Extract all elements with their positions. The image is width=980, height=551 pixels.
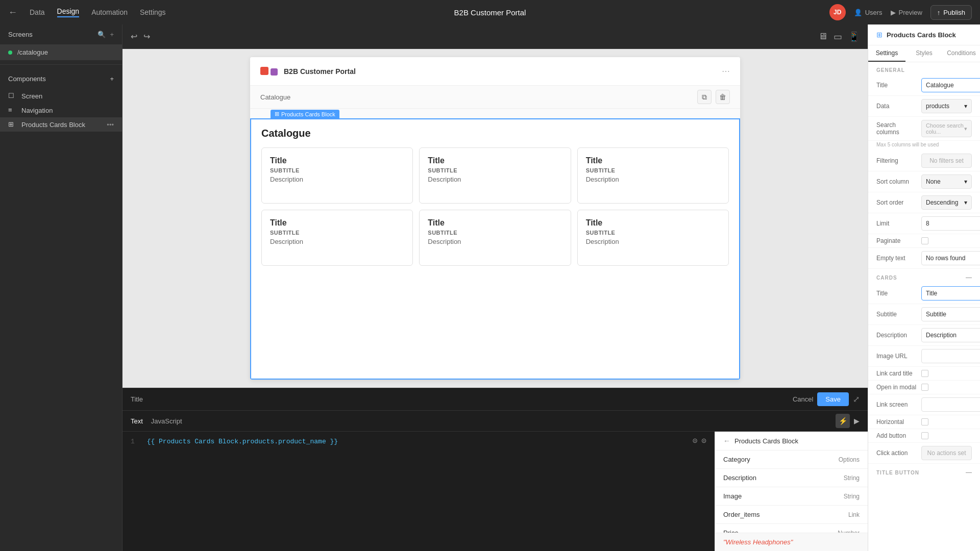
screens-icons: 🔍 + (97, 31, 114, 38)
line-number-1: 1 (131, 438, 135, 445)
copy-action-button[interactable]: ⧉ (697, 90, 712, 104)
rs-sort-order-select[interactable]: Descending ▾ (921, 195, 972, 210)
card-4-description: Description (270, 238, 404, 245)
rs-horizontal-checkbox[interactable] (921, 418, 928, 425)
card-3-title: Title (586, 156, 720, 165)
save-button[interactable]: Save (817, 392, 849, 406)
tablet-view-button[interactable]: ▭ (834, 31, 842, 42)
rs-image-url-input[interactable] (921, 349, 980, 363)
lightning-button[interactable]: ⚡ (836, 414, 850, 428)
preview-more-dots[interactable]: ⋯ (722, 66, 730, 76)
product-card-1[interactable]: Title SUBTITLE Description (261, 147, 413, 204)
ac-item-image[interactable]: Image String (715, 487, 868, 506)
card-1-title: Title (270, 156, 404, 165)
rs-tab-styles[interactable]: Styles (905, 45, 943, 62)
logo-red-square (260, 67, 268, 75)
cards-section-collapse[interactable]: — (966, 274, 972, 281)
tab-text[interactable]: Text (131, 417, 143, 425)
nav-design[interactable]: Design (57, 7, 80, 17)
ac-item-category[interactable]: Category Options (715, 450, 868, 469)
rs-limit-input[interactable] (921, 216, 980, 231)
autocomplete-back[interactable]: ← (723, 437, 730, 445)
nav-data[interactable]: Data (30, 8, 45, 16)
avatar: JD (829, 4, 846, 20)
play-button[interactable]: ▶ (854, 414, 860, 428)
catalogue-heading: Catalogue (261, 128, 729, 139)
desktop-view-button[interactable]: 🖥 (818, 31, 827, 42)
expand-button[interactable]: ⤢ (853, 394, 860, 404)
settings-code-icon[interactable]: ⊙ (701, 436, 706, 446)
mobile-view-button[interactable]: 📱 (848, 31, 860, 42)
top-nav: ← Data Design Automation Settings B2B Cu… (0, 0, 980, 24)
component-screen[interactable]: ☐ Screen (0, 89, 122, 103)
rs-field-image-url: Image URL ⚡ (868, 346, 980, 367)
rs-paginate-checkbox[interactable] (921, 237, 928, 244)
component-more-button[interactable]: ••• (107, 121, 114, 129)
rs-field-open-in-modal: Open in modal (868, 381, 980, 394)
component-products-cards-block[interactable]: ⊞ Products Cards Block ••• (0, 117, 122, 132)
rs-card-description-input[interactable] (921, 328, 980, 342)
title-button-collapse[interactable]: — (966, 469, 972, 476)
screen-active-dot (8, 51, 12, 55)
rs-add-button-checkbox[interactable] (921, 432, 928, 439)
product-card-4[interactable]: Title SUBTITLE Description (261, 210, 413, 266)
rs-field-limit: Limit (868, 213, 980, 234)
rs-field-link-screen: Link screen ⚡ ▾ (868, 394, 980, 415)
rs-field-title: Title ⚡ (868, 75, 980, 96)
cancel-button[interactable]: Cancel (793, 395, 813, 403)
copy-icon[interactable]: ⊙ (693, 436, 698, 446)
users-button[interactable]: 👤 Users (854, 9, 883, 16)
rs-link-card-checkbox[interactable] (921, 370, 928, 377)
product-card-6[interactable]: Title SUBTITLE Description (577, 210, 729, 266)
rs-tab-conditions[interactable]: Conditions (943, 45, 980, 62)
add-component-icon[interactable]: + (110, 75, 114, 83)
code-content: {{ Products Cards Block.products.product… (147, 438, 338, 445)
product-card-2[interactable]: Title SUBTITLE Description (419, 147, 571, 204)
ac-item-price[interactable]: Price Number (715, 524, 868, 533)
code-editor[interactable]: 1 {{ Products Cards Block.products.produ… (122, 432, 715, 551)
nav-automation[interactable]: Automation (91, 8, 128, 16)
catalogue-block[interactable]: Catalogue Title SUBTITLE Description Tit… (250, 118, 740, 380)
delete-action-button[interactable]: 🗑 (716, 90, 730, 104)
preview-app-header: B2B Customer Portal ⋯ (250, 57, 740, 86)
product-card-3[interactable]: Title SUBTITLE Description (577, 147, 729, 204)
component-navigation[interactable]: ≡ Navigation (0, 103, 122, 117)
card-4-title: Title (270, 218, 404, 228)
publish-button[interactable]: ↑ Publish (930, 5, 972, 20)
tab-javascript[interactable]: JavaScript (151, 417, 182, 425)
title-button-section-header: TITLE BUTTON — (868, 464, 980, 478)
ac-item-description[interactable]: Description String (715, 469, 868, 487)
rs-open-modal-checkbox[interactable] (921, 384, 928, 391)
sidebar-divider (0, 64, 122, 65)
undo-button[interactable]: ↩ (131, 32, 137, 41)
sidebar-item-catalogue[interactable]: /catalogue (0, 44, 122, 60)
preview-frame: B2B Customer Portal ⋯ Catalogue ⧉ 🗑 ⊞ (250, 57, 740, 380)
ac-item-order-items[interactable]: Order_items Link (715, 506, 868, 524)
card-1-subtitle: SUBTITLE (270, 167, 404, 173)
rs-field-add-button: Add button (868, 429, 980, 443)
product-card-5[interactable]: Title SUBTITLE Description (419, 210, 571, 266)
rs-link-screen-input[interactable] (921, 397, 980, 412)
autocomplete-title: Products Cards Block (734, 437, 798, 445)
rs-card-subtitle-input[interactable] (921, 307, 980, 321)
card-5-title: Title (428, 218, 562, 228)
screens-section-header: Screens 🔍 + (0, 24, 122, 44)
rs-click-action-button[interactable]: No actions set (921, 446, 972, 460)
rs-title-input[interactable] (921, 78, 980, 92)
nav-settings[interactable]: Settings (140, 8, 166, 16)
rs-sort-column-select[interactable]: None ▾ (921, 174, 972, 189)
breadcrumb-actions: ⧉ 🗑 (697, 90, 730, 104)
add-screen-icon[interactable]: + (110, 31, 114, 38)
rs-filtering-button[interactable]: No filters set (921, 154, 972, 168)
card-4-subtitle: SUBTITLE (270, 230, 404, 236)
redo-button[interactable]: ↪ (143, 32, 150, 41)
rs-search-columns-select[interactable]: Choose search colu... ▾ (921, 120, 972, 137)
rs-field-search-columns: Search columns Choose search colu... ▾ (868, 117, 980, 141)
rs-card-title-input[interactable] (921, 286, 980, 300)
search-icon[interactable]: 🔍 (97, 31, 106, 38)
rs-empty-text-input[interactable] (921, 251, 980, 265)
back-button[interactable]: ← (8, 7, 17, 18)
rs-data-select-wrapper[interactable]: products ▾ (921, 99, 972, 113)
preview-button[interactable]: ▶ Preview (891, 9, 922, 16)
rs-tab-settings[interactable]: Settings (868, 45, 905, 62)
